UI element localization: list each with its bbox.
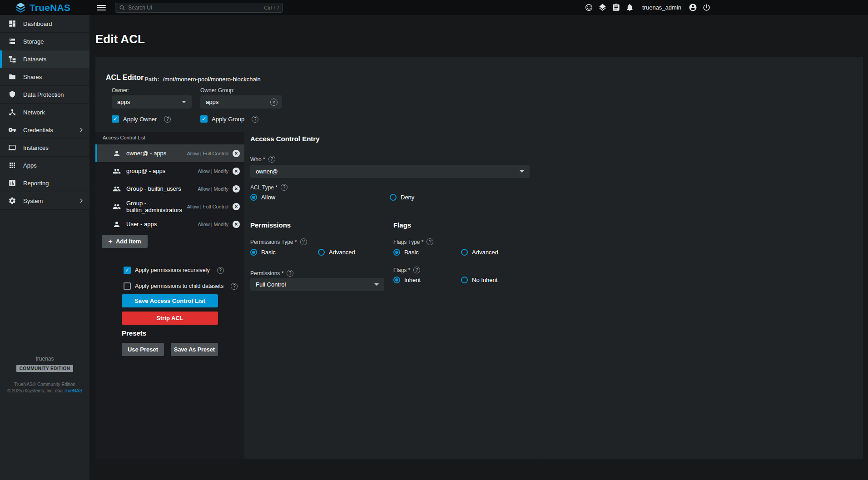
radio-flags-basic[interactable]: Basic	[393, 249, 419, 256]
search-icon	[119, 5, 125, 11]
apply-group-checkbox[interactable]: ✓ Apply Group ?	[200, 115, 258, 123]
chevron-down-icon	[520, 170, 524, 173]
acl-list: owner@ - apps Allow | Full Control × gro…	[95, 144, 244, 233]
sidebar-item-storage[interactable]: Storage	[0, 33, 89, 50]
sidebar-item-instances[interactable]: Instances	[0, 139, 89, 157]
data-protection-icon	[8, 90, 16, 99]
copyright-text: © 2025 iXsystems, Inc. dba	[7, 388, 63, 393]
save-as-preset-button[interactable]: Save As Preset	[171, 343, 218, 356]
save-acl-button[interactable]: Save Access Control List	[122, 294, 218, 307]
apply-owner-checkbox[interactable]: ✓ Apply Owner ?	[112, 115, 171, 123]
apply-group-label: Apply Group	[212, 116, 244, 123]
user-icon	[113, 220, 121, 228]
recursive-label: Apply permissions recursively	[135, 267, 210, 273]
list-item[interactable]: group@ - apps Allow | Modify ×	[95, 162, 244, 180]
dataset-path: Path: /mnt/monero-pool/monero-blockchain	[144, 76, 261, 83]
radio-icon	[461, 249, 468, 256]
remove-ace-icon[interactable]: ×	[233, 150, 240, 157]
sidebar-item-reporting[interactable]: Reporting	[0, 174, 89, 192]
acl-editor-heading: ACL Editor	[106, 74, 144, 82]
help-icon[interactable]: ?	[300, 238, 307, 245]
help-icon[interactable]: ?	[281, 184, 288, 191]
use-preset-button[interactable]: Use Preset	[122, 343, 164, 356]
sidebar-item-label: Credentials	[23, 127, 71, 134]
path-value: /mnt/monero-pool/monero-blockchain	[163, 76, 261, 83]
radio-allow[interactable]: Allow	[250, 194, 275, 201]
copyright: © 2025 iXsystems, Inc. dba TrueNAS	[0, 388, 89, 393]
remove-ace-icon[interactable]: ×	[233, 168, 240, 175]
instances-icon	[8, 144, 16, 152]
help-icon[interactable]: ?	[287, 270, 293, 277]
clear-icon[interactable]: ×	[270, 99, 278, 106]
add-item-button[interactable]: + Add Item	[102, 235, 148, 248]
jobs-icon[interactable]	[612, 3, 620, 12]
menu-icon[interactable]	[97, 3, 106, 12]
radio-deny[interactable]: Deny	[390, 194, 414, 201]
truenas-logo[interactable]: TrueNAS	[0, 2, 89, 13]
account-icon[interactable]	[689, 3, 697, 12]
sidebar-item-system[interactable]: System	[0, 192, 89, 210]
ace-name: Group - builtin_users	[126, 185, 181, 192]
flags-type-label: Flags Type * ?	[393, 238, 433, 245]
checkbox-unchecked-icon	[124, 282, 131, 290]
list-item[interactable]: User - apps Allow | Modify ×	[95, 215, 244, 233]
help-icon[interactable]: ?	[427, 238, 433, 245]
who-label: Who * ?	[250, 156, 275, 163]
child-datasets-checkbox[interactable]: Apply permissions to child datasets ?	[124, 282, 238, 290]
remove-ace-icon[interactable]: ×	[233, 185, 240, 193]
who-select[interactable]: owner@	[250, 165, 530, 178]
search-box[interactable]: Ctrl + /	[115, 3, 283, 13]
sidebar-item-datasets[interactable]: Datasets	[0, 50, 89, 68]
radio-icon	[393, 277, 400, 283]
username[interactable]: truenas_admin	[642, 4, 681, 11]
sidebar-item-credentials[interactable]: Credentials	[0, 121, 89, 139]
add-item-label: Add Item	[116, 238, 141, 245]
radio-flags-advanced[interactable]: Advanced	[461, 249, 498, 256]
remove-ace-icon[interactable]: ×	[233, 203, 240, 210]
help-icon[interactable]: ?	[413, 267, 420, 273]
help-icon[interactable]: ?	[268, 156, 275, 163]
copyright-link[interactable]: TrueNAS	[64, 388, 82, 393]
list-item[interactable]: Group - builtin_administrators Allow | F…	[95, 198, 244, 215]
sidebar-item-dashboard[interactable]: Dashboard	[0, 15, 89, 33]
owner-select-value: apps	[117, 99, 130, 105]
radio-no-inherit[interactable]: No Inherit	[461, 277, 497, 283]
power-icon[interactable]	[702, 3, 711, 12]
strip-acl-button[interactable]: Strip ACL	[122, 312, 218, 325]
sidebar-item-label: Reporting	[23, 180, 89, 187]
list-item[interactable]: Group - builtin_users Allow | Modify ×	[95, 180, 244, 198]
feedback-icon[interactable]	[585, 3, 593, 12]
recursive-checkbox[interactable]: ✓ Apply permissions recursively ?	[124, 267, 224, 274]
sidebar-item-apps[interactable]: Apps	[0, 157, 89, 174]
radio-icon	[390, 194, 397, 201]
sidebar-item-data-protection[interactable]: Data Protection	[0, 86, 89, 104]
truecommand-icon[interactable]	[598, 3, 607, 12]
system-icon	[8, 197, 16, 205]
radio-permissions-advanced[interactable]: Advanced	[318, 249, 355, 256]
help-icon[interactable]: ?	[164, 116, 171, 123]
permissions-select[interactable]: Full Control	[250, 278, 384, 291]
owner-group-input[interactable]	[206, 99, 270, 105]
ace-meta: Allow | Full Control	[187, 151, 229, 156]
help-icon[interactable]: ?	[231, 283, 238, 290]
remove-ace-icon[interactable]: ×	[233, 221, 240, 228]
who-select-value: owner@	[256, 168, 278, 175]
permissions-heading: Permissions	[250, 221, 291, 229]
radio-permissions-basic[interactable]: Basic	[250, 249, 276, 256]
search-input[interactable]	[128, 5, 261, 11]
owner-select[interactable]: apps	[112, 95, 192, 109]
ace-name: owner@ - apps	[126, 150, 166, 157]
list-item[interactable]: owner@ - apps Allow | Full Control ×	[95, 144, 244, 162]
sidebar-item-shares[interactable]: Shares	[0, 68, 89, 86]
notifications-icon[interactable]	[625, 3, 634, 12]
radio-inherit[interactable]: Inherit	[393, 277, 421, 283]
help-icon[interactable]: ?	[252, 116, 258, 123]
acl-type-label: ACL Type * ?	[250, 184, 288, 191]
page-title: Edit ACL	[95, 32, 145, 46]
presets-heading: Presets	[122, 329, 146, 337]
sidebar-item-network[interactable]: Network	[0, 104, 89, 121]
permissions-label: Permissions * ?	[250, 270, 293, 277]
apply-owner-label: Apply Owner	[123, 116, 157, 123]
sidebar-footer: truenas COMMUNITY EDITION TrueNAS® Commu…	[0, 356, 89, 393]
help-icon[interactable]: ?	[217, 267, 224, 274]
